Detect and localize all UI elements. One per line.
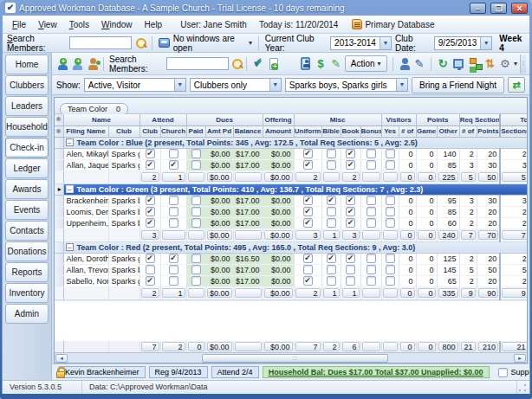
column-group-dues[interactable]: Dues [186,114,263,125]
search-members-input[interactable] [69,36,132,49]
attend-church-checkbox[interactable] [169,218,178,228]
dues-paid-checkbox[interactable] [191,218,201,228]
sidebar-item-clubbers[interactable]: Clubbers [5,75,49,95]
role-filter-select[interactable]: Clubbers only ▼ [190,78,282,92]
scroll-right-icon[interactable]: ▸ [514,354,526,363]
sidebar-item-donations[interactable]: Donations [5,241,49,261]
column-group-points[interactable]: Points [416,114,459,125]
swap-arrows-icon[interactable]: ⇄ [508,77,525,93]
attend-church-checkbox[interactable] [169,276,178,286]
column-group-total[interactable]: Total [500,114,528,125]
search-icon[interactable] [135,37,146,49]
attend-club-checkbox[interactable] [146,160,155,170]
column-group-visitors[interactable]: Visitors [381,114,416,125]
members-icon[interactable] [86,56,98,72]
club-year-select[interactable]: 2013-2014 ▼ [330,36,392,50]
group-tree-icon[interactable] [469,57,480,71]
resize-grip[interactable] [517,383,528,393]
member-row[interactable]: Alen, DorothySparks girl$0.00$16.50$0.00… [55,253,528,264]
book-checkbox[interactable] [346,276,355,286]
column-header-9-bible[interactable]: Bible [321,125,341,137]
add-clubber-icon[interactable] [55,56,68,72]
column-group-misc[interactable]: Misc [294,114,381,125]
sort-icon[interactable]: ⇅ [483,56,496,72]
attend-club-checkbox[interactable] [146,265,155,274]
role-filter-dropdown-icon[interactable]: ▼ [269,79,281,91]
status-filter-select[interactable]: Active, Visitor ▼ [84,78,186,92]
uniform-checkbox[interactable] [303,160,313,170]
scroll-left-icon[interactable]: ◂ [55,354,68,363]
menu-file[interactable]: File [6,18,32,31]
toolbar-overflow-handle[interactable]: ⋮ [520,55,526,74]
column-header-16--of[interactable]: # of [459,125,477,137]
visitor-yes-checkbox[interactable] [386,265,395,274]
collapse-group-icon[interactable]: – [66,243,74,251]
column-header-12-yes[interactable]: Yes [381,125,399,137]
member-search-input[interactable] [166,57,229,70]
book-checkbox[interactable] [346,207,355,216]
uniform-checkbox[interactable] [303,254,313,263]
column-group-attend[interactable]: Attend [139,114,186,125]
collapse-group-icon[interactable]: – [66,138,74,146]
expand-all-icon[interactable]: ✱ [55,114,63,125]
bible-checkbox[interactable] [327,276,336,286]
dues-paid-checkbox[interactable] [191,149,201,158]
club-date-dropdown-icon[interactable]: ▼ [480,37,491,49]
column-header-7-amount[interactable]: Amount [263,125,294,137]
book-checkbox[interactable] [346,218,355,228]
dues-paid-checkbox[interactable] [191,254,201,263]
dues-paid-checkbox[interactable] [191,196,201,205]
bonus-checkbox[interactable] [367,207,376,216]
action-button[interactable]: Action ▾ [345,55,387,72]
column-header-2-club[interactable]: Club [139,125,160,137]
attend-church-checkbox[interactable] [169,160,178,170]
member-row[interactable]: Sabello, NoraSparks girl$0.00$17.00$0.00… [55,275,528,286]
member-search-icon[interactable] [231,58,241,70]
bible-checkbox[interactable] [327,254,336,263]
uniform-checkbox[interactable] [303,196,313,205]
menu-tools[interactable]: Tools [63,18,95,31]
attend-church-checkbox[interactable] [169,254,178,263]
column-header-17-points[interactable]: Points [477,125,500,137]
bible-checkbox[interactable] [327,149,336,158]
close-button[interactable]: ✕ [511,3,528,14]
visitor-yes-checkbox[interactable] [386,207,395,216]
attend-club-checkbox[interactable] [146,149,155,158]
column-header-3-church[interactable]: Church [160,125,186,137]
column-header-1-club[interactable]: Club [108,125,139,137]
household-balance-link[interactable]: Household Bal: Dues $17.00 Total $37.00 … [263,366,490,378]
status-filter-dropdown-icon[interactable]: ▼ [174,79,185,91]
dues-paid-checkbox[interactable] [191,207,201,216]
horizontal-scrollbar[interactable]: ◂ ∷ ▸ [55,352,527,363]
payment-icon[interactable]: $ [315,56,327,72]
bonus-checkbox[interactable] [367,254,376,263]
bonus-checkbox[interactable] [367,149,376,158]
bonus-checkbox[interactable] [367,276,376,286]
sidebar-item-ledger[interactable]: Ledger [5,158,49,178]
attend-club-checkbox[interactable] [146,276,155,286]
uniform-checkbox[interactable] [303,265,313,274]
sidebar-item-reports[interactable]: Reports [5,262,49,282]
member-badge-icon[interactable] [301,57,310,70]
minimize-button[interactable]: – [470,3,486,14]
member-card-icon[interactable] [398,56,410,72]
club-filter-dropdown-icon[interactable]: ▼ [396,79,407,91]
uniform-checkbox[interactable] [303,207,313,216]
visitor-yes-checkbox[interactable] [386,276,395,286]
column-header-0-filing-name[interactable]: Filing Name [63,125,108,137]
member-row[interactable]: Alen, MikaylaSparks girl$0.00$17.00$0.00… [55,148,528,159]
visitor-yes-checkbox[interactable] [386,149,395,158]
column-header-13--of[interactable]: # of [399,125,416,137]
column-header-10-book[interactable]: Book [341,125,360,137]
uniform-checkbox[interactable] [303,149,313,158]
sidebar-item-check-in[interactable]: Check-in [5,138,49,158]
member-row[interactable]: BrackenheimeSparks boy$0.00$17.00$0.0000… [55,195,528,206]
dues-paid-checkbox[interactable] [191,276,201,286]
visitor-yes-checkbox[interactable] [386,254,395,263]
attend-club-checkbox[interactable] [146,196,155,205]
column-group-req-sections[interactable]: Req Sections [459,114,500,125]
column-header-14-game[interactable]: Game [416,125,437,137]
sign-icon[interactable]: ✎ [413,56,425,72]
club-filter-select[interactable]: Sparks boys, Sparks girls ▼ [285,78,408,92]
sidebar-item-households[interactable]: Households [5,117,49,137]
